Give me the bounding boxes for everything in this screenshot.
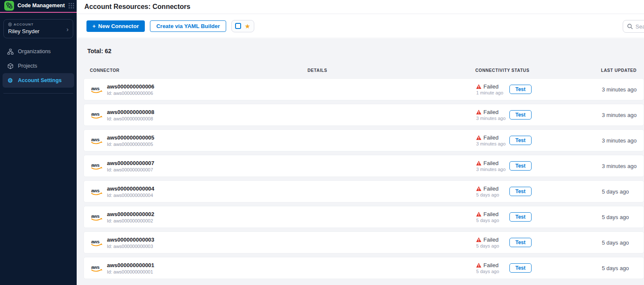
connector-name-block: aws000000000003 Id: aws000000000003: [107, 237, 154, 249]
new-connector-button[interactable]: + New Connector: [86, 20, 145, 32]
table-row[interactable]: aws aws000000000004 Id: aws000000000004: [83, 180, 644, 202]
main-area: Account Resources: Connectors + New Conn…: [77, 0, 644, 285]
status-text: Failed: [483, 262, 498, 268]
code-management-module-icon[interactable]: [4, 1, 14, 11]
status-block: Failed 5 days ago: [476, 211, 509, 223]
connector-cell: aws aws000000000002 Id: aws000000000002: [91, 211, 308, 223]
sidebar-item-label: Organizations: [18, 48, 51, 54]
table-row[interactable]: aws aws000000000001 Id: aws000000000001: [83, 257, 644, 279]
test-connection-button[interactable]: Test: [509, 212, 532, 222]
test-connection-button[interactable]: Test: [509, 238, 532, 247]
sidebar-item-account-settings[interactable]: ⚙ Account Settings: [3, 73, 74, 88]
connector-id: Id: aws000000000004: [107, 193, 154, 198]
module-switcher-grid-icon[interactable]: [68, 3, 75, 9]
column-header-details: DETAILS: [308, 68, 475, 73]
warning-triangle-icon: [476, 161, 481, 165]
account-scope-label: ACCOUNT: [8, 23, 69, 26]
status-time: 5 days ago: [476, 192, 509, 197]
plus-icon: +: [92, 23, 96, 29]
table-header-row: CONNECTOR DETAILS CONNECTIVITY STATUS LA…: [90, 68, 644, 73]
connector-name: aws000000000006: [107, 83, 154, 90]
status-time: 3 minutes ago: [476, 167, 509, 172]
search-input[interactable]: [635, 23, 644, 30]
table-row[interactable]: aws aws000000000008 Id: aws000000000008: [83, 104, 644, 126]
aws-logo-icon: aws: [91, 111, 103, 119]
table-row[interactable]: aws aws000000000007 Id: aws000000000007: [83, 155, 644, 177]
column-header-connectivity-status: CONNECTIVITY STATUS: [475, 68, 601, 73]
account-icon: [8, 23, 12, 26]
flowchart-glyph-icon: [6, 3, 12, 9]
test-connection-button[interactable]: Test: [509, 110, 532, 120]
connectivity-status-cell: Failed 1 minute ago Test: [476, 83, 602, 95]
aws-logo-icon: aws: [91, 214, 103, 221]
module-accent-divider: [0, 12, 77, 13]
connector-name-block: aws000000000004 Id: aws000000000004: [107, 185, 154, 198]
table-row[interactable]: aws aws000000000006 Id: aws000000000006: [83, 78, 644, 100]
favorites-checkbox[interactable]: [235, 23, 241, 29]
toolbar: + New Connector Create via YAML Builder …: [77, 14, 644, 38]
aws-logo-icon: aws: [91, 239, 103, 246]
aws-logo-icon: aws: [91, 265, 103, 272]
status-text: Failed: [483, 211, 498, 217]
last-updated-cell: 3 minutes ago: [602, 137, 644, 144]
create-via-yaml-builder-button[interactable]: Create via YAML Builder: [150, 20, 226, 32]
account-name: Riley Snyder: [8, 28, 69, 34]
connector-cell: aws aws000000000006 Id: aws000000000006: [91, 83, 308, 96]
connector-name-block: aws000000000002 Id: aws000000000002: [107, 211, 154, 223]
connectivity-status-cell: Failed 3 minutes ago Test: [476, 160, 602, 172]
status-time: 5 days ago: [476, 269, 509, 274]
connectivity-status-cell: Failed 5 days ago Test: [476, 185, 602, 197]
status-block: Failed 3 minutes ago: [476, 134, 509, 146]
connectivity-status-cell: Failed 3 minutes ago Test: [476, 109, 602, 121]
status-block: Failed 3 minutes ago: [476, 160, 509, 172]
table-row[interactable]: aws aws000000000003 Id: aws000000000003: [83, 231, 644, 254]
status-block: Failed 1 minute ago: [476, 83, 509, 95]
star-icon[interactable]: ★: [244, 23, 250, 29]
connector-id: Id: aws000000000002: [107, 218, 154, 223]
status-text: Failed: [483, 237, 498, 243]
connector-id: Id: aws000000000001: [107, 269, 154, 274]
connector-cell: aws aws000000000003 Id: aws000000000003: [91, 237, 308, 249]
test-connection-button[interactable]: Test: [509, 85, 532, 94]
connectivity-status-cell: Failed 5 days ago Test: [476, 262, 602, 274]
search-icon: [627, 23, 633, 29]
connectivity-status-cell: Failed 5 days ago Test: [476, 211, 602, 223]
gear-icon: ⚙: [7, 77, 14, 84]
warning-triangle-icon: [476, 212, 481, 217]
status-text: Failed: [483, 160, 498, 166]
module-title: Code Management: [17, 3, 65, 9]
sidebar-item-projects[interactable]: Projects: [3, 59, 74, 73]
test-connection-button[interactable]: Test: [509, 161, 532, 171]
connector-name: aws000000000007: [107, 160, 154, 166]
test-connection-button[interactable]: Test: [509, 263, 532, 273]
account-scope-selector[interactable]: ACCOUNT Riley Snyder ›: [3, 19, 73, 38]
status-time: 5 days ago: [476, 243, 509, 248]
svg-text:aws: aws: [91, 265, 100, 270]
status-block: Failed 5 days ago: [476, 237, 509, 248]
test-connection-button[interactable]: Test: [509, 187, 532, 196]
connector-cell: aws aws000000000004 Id: aws000000000004: [91, 185, 308, 198]
warning-triangle-icon: [476, 110, 481, 114]
test-connection-button[interactable]: Test: [509, 136, 532, 145]
last-updated-cell: 5 days ago: [602, 265, 644, 271]
svg-text:aws: aws: [91, 137, 100, 142]
status-time: 3 minutes ago: [476, 141, 509, 146]
status-text: Failed: [483, 83, 498, 90]
table-row[interactable]: aws aws000000000002 Id: aws000000000002: [83, 206, 644, 228]
aws-logo-icon: aws: [91, 86, 103, 93]
sidebar-item-organizations[interactable]: Organizations: [3, 44, 74, 59]
connectors-content: Total: 62 CONNECTOR DETAILS CONNECTIVITY…: [77, 39, 644, 285]
last-updated-cell: 3 minutes ago: [602, 163, 644, 169]
table-row[interactable]: aws aws000000000005 Id: aws000000000005: [83, 129, 644, 151]
status-text: Failed: [483, 109, 498, 115]
page-title: Account Resources: Connectors: [84, 3, 190, 11]
connector-cell: aws aws000000000008 Id: aws000000000008: [91, 109, 308, 121]
search-box: [623, 20, 644, 33]
connector-list: aws aws000000000006 Id: aws000000000006: [83, 78, 644, 279]
svg-text:aws: aws: [91, 214, 100, 219]
svg-text:aws: aws: [91, 188, 100, 193]
connector-id: Id: aws000000000006: [107, 91, 154, 96]
last-updated-cell: 5 days ago: [602, 239, 644, 246]
warning-triangle-icon: [476, 186, 481, 191]
connector-name: aws000000000001: [107, 262, 154, 268]
